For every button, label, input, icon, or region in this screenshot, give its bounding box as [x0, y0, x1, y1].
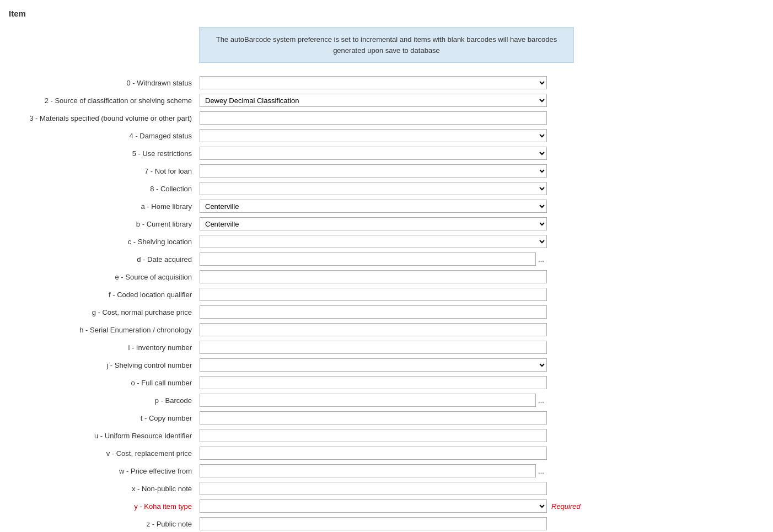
input-damaged[interactable]	[200, 129, 547, 142]
field-cell-home_library: Centerville	[196, 197, 764, 215]
field-label-full_call_number: o - Full call number	[9, 374, 196, 391]
field-cell-public_note	[196, 515, 764, 532]
table-row: o - Full call number	[9, 374, 764, 391]
table-row: 4 - Damaged status	[9, 127, 764, 144]
field-label-non_public_note: x - Non-public note	[9, 480, 196, 497]
table-row: 3 - Materials specified (bound volume or…	[9, 109, 764, 127]
field-cell-koha_item_type: Required	[196, 497, 764, 515]
field-label-coded_location: f - Coded location qualifier	[9, 286, 196, 303]
table-row: g - Cost, normal purchase price	[9, 303, 764, 321]
input-coded_location[interactable]	[200, 288, 547, 301]
info-banner: The autoBarcode system preference is set…	[199, 27, 574, 63]
input-use_restrictions[interactable]	[200, 147, 547, 160]
item-form-table: 0 - Withdrawn status2 - Source of classi…	[9, 74, 764, 532]
field-cell-inventory_number	[196, 338, 764, 356]
table-row: a - Home libraryCenterville	[9, 197, 764, 215]
input-koha_item_type[interactable]	[200, 499, 547, 513]
dots-date_acquired[interactable]: ...	[538, 255, 544, 264]
input-full_call_number[interactable]	[200, 376, 547, 389]
field-cell-full_call_number	[196, 374, 764, 391]
required-label-koha_item_type: Required	[551, 502, 581, 510]
input-collection[interactable]	[200, 182, 547, 195]
table-row: y - Koha item typeRequired	[9, 497, 764, 515]
input-serial_enum[interactable]	[200, 323, 547, 336]
table-row: e - Source of acquisition	[9, 268, 764, 286]
table-row: 5 - Use restrictions	[9, 144, 764, 162]
field-cell-serial_enum	[196, 321, 764, 338]
field-label-koha_item_type: y - Koha item type	[9, 497, 196, 515]
input-public_note[interactable]	[200, 517, 547, 530]
field-cell-source_acquisition	[196, 268, 764, 286]
field-label-source_acquisition: e - Source of acquisition	[9, 268, 196, 286]
field-label-date_acquired: d - Date acquired	[9, 250, 196, 268]
field-label-materials: 3 - Materials specified (bound volume or…	[9, 109, 196, 127]
field-cell-copy_number	[196, 409, 764, 427]
field-label-public_note: z - Public note	[9, 515, 196, 532]
table-row: v - Cost, replacement price	[9, 444, 764, 462]
table-row: i - Inventory number	[9, 338, 764, 356]
field-cell-withdrawn	[196, 74, 764, 92]
table-row: p - Barcode...	[9, 391, 764, 409]
table-row: x - Non-public note	[9, 480, 764, 497]
field-cell-damaged	[196, 127, 764, 144]
input-not_for_loan[interactable]	[200, 164, 547, 178]
field-label-not_for_loan: 7 - Not for loan	[9, 162, 196, 180]
field-cell-shelving_location	[196, 233, 764, 250]
field-cell-price_effective: ...	[196, 462, 764, 480]
input-materials[interactable]	[200, 111, 547, 125]
input-current_library[interactable]: Centerville	[200, 217, 547, 230]
field-label-withdrawn: 0 - Withdrawn status	[9, 74, 196, 92]
field-label-current_library: b - Current library	[9, 215, 196, 233]
input-withdrawn[interactable]	[200, 76, 547, 89]
table-row: b - Current libraryCenterville	[9, 215, 764, 233]
input-classification[interactable]: Dewey Decimal Classification	[200, 94, 547, 107]
field-label-damaged: 4 - Damaged status	[9, 127, 196, 144]
field-label-cost_replacement: v - Cost, replacement price	[9, 444, 196, 462]
field-cell-non_public_note	[196, 480, 764, 497]
field-label-classification: 2 - Source of classification or shelving…	[9, 92, 196, 109]
field-cell-uri	[196, 427, 764, 444]
field-label-barcode: p - Barcode	[9, 391, 196, 409]
input-uri[interactable]	[200, 429, 547, 442]
table-row: 7 - Not for loan	[9, 162, 764, 180]
input-cost_replacement[interactable]	[200, 447, 547, 460]
table-row: 0 - Withdrawn status	[9, 74, 764, 92]
field-label-cost_normal: g - Cost, normal purchase price	[9, 303, 196, 321]
field-cell-barcode: ...	[196, 391, 764, 409]
field-label-uri: u - Uniform Resource Identifier	[9, 427, 196, 444]
table-row: 8 - Collection	[9, 180, 764, 197]
dots-barcode[interactable]: ...	[538, 396, 544, 405]
input-shelving_location[interactable]	[200, 235, 547, 248]
input-shelving_control[interactable]	[200, 358, 547, 372]
field-cell-shelving_control	[196, 356, 764, 374]
field-cell-cost_replacement	[196, 444, 764, 462]
input-non_public_note[interactable]	[200, 482, 547, 495]
field-cell-current_library: Centerville	[196, 215, 764, 233]
input-copy_number[interactable]	[200, 411, 547, 424]
field-cell-use_restrictions	[196, 144, 764, 162]
field-label-home_library: a - Home library	[9, 197, 196, 215]
field-label-use_restrictions: 5 - Use restrictions	[9, 144, 196, 162]
input-source_acquisition[interactable]	[200, 270, 547, 283]
input-date_acquired[interactable]	[200, 252, 536, 266]
input-home_library[interactable]: Centerville	[200, 200, 547, 213]
field-cell-materials	[196, 109, 764, 127]
table-row: z - Public note	[9, 515, 764, 532]
dots-price_effective[interactable]: ...	[538, 467, 544, 475]
table-row: t - Copy number	[9, 409, 764, 427]
field-label-serial_enum: h - Serial Enumeration / chronology	[9, 321, 196, 338]
field-label-shelving_control: j - Shelving control number	[9, 356, 196, 374]
field-cell-not_for_loan	[196, 162, 764, 180]
input-barcode[interactable]	[200, 394, 536, 407]
field-cell-collection	[196, 180, 764, 197]
field-label-copy_number: t - Copy number	[9, 409, 196, 427]
table-row: c - Shelving location	[9, 233, 764, 250]
field-cell-coded_location	[196, 286, 764, 303]
table-row: 2 - Source of classification or shelving…	[9, 92, 764, 109]
field-cell-date_acquired: ...	[196, 250, 764, 268]
input-cost_normal[interactable]	[200, 305, 547, 319]
input-inventory_number[interactable]	[200, 341, 547, 354]
page-title: Item	[9, 9, 764, 18]
field-cell-cost_normal	[196, 303, 764, 321]
input-price_effective[interactable]	[200, 464, 536, 477]
